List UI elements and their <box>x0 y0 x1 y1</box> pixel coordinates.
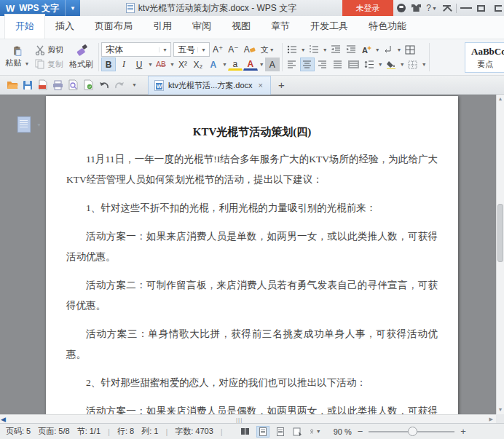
close-button[interactable] <box>489 0 504 16</box>
borders-button[interactable] <box>406 58 420 71</box>
clear-format-button[interactable]: A <box>242 43 258 57</box>
align-right-button[interactable] <box>315 58 330 71</box>
tab-references[interactable]: 引用 <box>143 15 182 39</box>
paste-button[interactable]: 粘贴 ▼ <box>3 41 32 73</box>
tab-section[interactable]: 章节 <box>261 15 300 39</box>
text-effects-caret[interactable]: ▼ <box>222 62 227 67</box>
status-word-count[interactable]: 字数: 4703 <box>175 426 213 437</box>
page-tool-caret[interactable]: ▼ <box>36 122 42 127</box>
vertical-scrollbar[interactable]: ▲ ▼ <box>496 95 504 414</box>
vertical-scroll-thumb[interactable] <box>497 204 503 262</box>
numbered-list-button[interactable] <box>307 43 321 57</box>
zoom-slider[interactable] <box>369 431 454 432</box>
tab-developer[interactable]: 开发工具 <box>300 15 358 39</box>
tab-home[interactable]: 开始 <box>4 14 45 39</box>
font-color-button[interactable]: A <box>243 58 258 71</box>
format-painter-button[interactable]: 格式刷 <box>66 58 96 72</box>
fullscreen-button[interactable]: ▼ <box>309 426 322 438</box>
spell-check-doc-button[interactable] <box>81 77 96 93</box>
horizontal-scroll-grip[interactable]: ||| <box>236 416 243 423</box>
underline-caret[interactable]: ▼ <box>148 62 153 67</box>
undo-button[interactable] <box>96 77 111 93</box>
underline-button[interactable]: U <box>132 58 146 71</box>
login-button[interactable]: 未登录 <box>342 0 393 16</box>
page-tool-icon[interactable] <box>17 116 31 133</box>
grow-font-button[interactable]: A⁺ <box>210 43 225 57</box>
page-view-button[interactable] <box>256 426 269 438</box>
shrink-font-button[interactable]: A⁻ <box>226 43 240 57</box>
outline-view-button[interactable] <box>274 426 287 438</box>
wenzi-tools-caret[interactable]: ▼ <box>375 47 380 52</box>
horizontal-scrollbar[interactable]: ◀ ||| ▶ <box>0 414 496 423</box>
redo-button[interactable] <box>111 77 127 93</box>
tab-view[interactable]: 视图 <box>221 15 261 39</box>
cut-button[interactable]: 剪切 <box>32 43 66 58</box>
zoom-slider-knob[interactable] <box>408 427 417 436</box>
close-tab-icon[interactable]: × <box>257 81 264 90</box>
strikethrough-button[interactable]: AB <box>154 58 168 71</box>
line-spacing-caret[interactable]: ▼ <box>378 62 383 67</box>
scroll-left-arrow[interactable]: ◀ <box>1 416 6 423</box>
strikethrough-caret[interactable]: ▼ <box>170 62 175 67</box>
save-button[interactable] <box>20 77 35 93</box>
chevron-down-icon[interactable]: ▼ <box>65 0 80 16</box>
wenzi-tools-button[interactable]: A <box>359 43 374 57</box>
tab-review[interactable]: 审阅 <box>182 15 221 39</box>
font-name-combo[interactable]: 宋体▼ <box>101 42 171 57</box>
font-size-combo[interactable]: 五号▼ <box>173 42 210 57</box>
char-shading-button[interactable]: A <box>265 58 280 71</box>
tab-insert[interactable]: 插入 <box>45 15 84 39</box>
text-effects-button[interactable]: A <box>206 58 221 71</box>
shading-caret[interactable]: ▼ <box>400 62 405 67</box>
print-button[interactable] <box>50 77 66 93</box>
scroll-down-arrow[interactable]: ▼ <box>497 406 504 414</box>
align-center-button[interactable] <box>300 58 315 71</box>
export-pdf-button[interactable] <box>35 77 50 93</box>
read-mode-button[interactable] <box>239 426 252 438</box>
bold-button[interactable]: B <box>101 58 116 71</box>
tab-page-layout[interactable]: 页面布局 <box>84 15 143 39</box>
scroll-up-arrow[interactable]: ▲ <box>497 95 504 103</box>
bullet-list-caret[interactable]: ▼ <box>301 47 306 52</box>
increase-indent-button[interactable] <box>344 43 358 57</box>
font-color-caret[interactable]: ▼ <box>259 62 264 67</box>
quickbar-dropdown-caret[interactable]: ▼ <box>127 77 142 93</box>
pinyin-guide-button[interactable]: 文▼ <box>259 43 277 57</box>
paragraph-marks-caret[interactable]: ▼ <box>397 47 402 52</box>
align-left-button[interactable] <box>285 58 299 71</box>
open-file-button[interactable] <box>4 77 20 93</box>
tab-special-features[interactable]: 特色功能 <box>358 15 417 39</box>
line-spacing-button[interactable] <box>362 58 377 71</box>
table-grid-button[interactable] <box>403 43 417 57</box>
collapse-ribbon-icon[interactable] <box>439 0 454 16</box>
minimize-button[interactable] <box>458 0 473 16</box>
shading-button[interactable] <box>384 58 398 71</box>
zoom-out-button[interactable]: − <box>358 426 363 437</box>
page-float-tool[interactable]: ▼ <box>17 116 42 133</box>
message-center-icon[interactable] <box>393 0 409 16</box>
decrease-indent-button[interactable] <box>328 43 343 57</box>
format-painter-icon-btn[interactable] <box>66 43 96 58</box>
zoom-in-button[interactable]: + <box>460 426 466 437</box>
maximize-button[interactable] <box>473 0 489 16</box>
show-paragraph-marks-button[interactable] <box>381 43 395 57</box>
borders-caret[interactable]: ▼ <box>422 62 427 67</box>
document-page[interactable]: KTV光棍节活动策划(四) 11月11日，一年一度的光棍节!I结合多年服务广大的… <box>46 96 458 423</box>
new-tab-button[interactable]: + <box>278 79 285 91</box>
highlight-button[interactable]: a <box>228 58 243 71</box>
copy-button[interactable]: 复制 <box>32 58 66 72</box>
superscript-button[interactable]: X² <box>176 58 190 71</box>
print-preview-button[interactable] <box>66 77 81 93</box>
zoom-level[interactable]: 90 % <box>334 427 352 436</box>
help-icon[interactable]: ?▼ <box>424 0 439 16</box>
subscript-button[interactable]: X₂ <box>191 58 205 71</box>
distribute-button[interactable] <box>346 58 361 71</box>
justify-button[interactable] <box>331 58 345 71</box>
skin-center-icon[interactable] <box>409 0 424 16</box>
style-gallery-item[interactable]: AaBbCc 要点 <box>465 42 504 73</box>
scroll-right-arrow[interactable]: ▶ <box>489 416 493 422</box>
bullet-list-button[interactable] <box>285 43 299 57</box>
numbered-list-caret[interactable]: ▼ <box>323 47 328 52</box>
document-tab-active[interactable]: ktv光棍节活...方案.docx × <box>148 76 271 95</box>
web-layout-button[interactable] <box>291 426 304 438</box>
